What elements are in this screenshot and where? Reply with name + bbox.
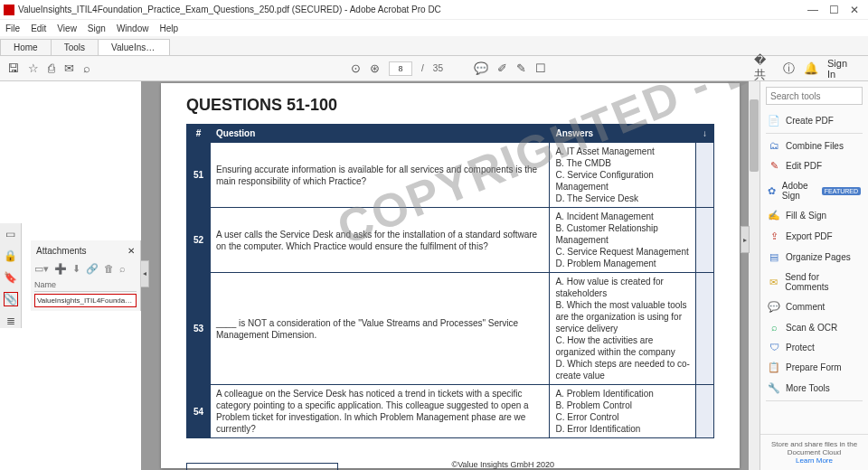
tool-protect[interactable]: 🛡Protect bbox=[760, 337, 868, 357]
question-cell: A user calls the Service Desk and asks f… bbox=[211, 208, 550, 273]
tool-comment[interactable]: 💬Comment bbox=[760, 296, 868, 317]
tool-label: Export PDF bbox=[786, 231, 833, 241]
tool-icon: ✍ bbox=[768, 210, 780, 221]
tool-adobe-sign[interactable]: ✿Adobe SignFEATURED bbox=[760, 176, 868, 205]
attachments-icon[interactable]: 📎 bbox=[4, 292, 18, 306]
close-button[interactable]: ✕ bbox=[850, 4, 859, 16]
tab-tools[interactable]: Tools bbox=[51, 39, 99, 55]
menu-view[interactable]: View bbox=[57, 24, 77, 33]
tool-icon: ⇪ bbox=[768, 230, 780, 242]
page-down-icon[interactable]: ⊛ bbox=[370, 61, 380, 75]
document-viewport[interactable]: ◂ COPYRIGHTED - D QUESTIONS 51-100 # Que… bbox=[141, 81, 760, 470]
col-num: # bbox=[187, 125, 211, 143]
tool-send-for-comments[interactable]: ✉Send for Comments bbox=[760, 268, 868, 296]
menu-file[interactable]: File bbox=[5, 24, 20, 33]
attach-delete-icon[interactable]: 🗑 bbox=[104, 263, 114, 275]
menu-edit[interactable]: Edit bbox=[31, 24, 46, 33]
tool-more-tools[interactable]: 🔧More Tools bbox=[760, 378, 868, 399]
tab-document[interactable]: ValueInsights_ITIL4... bbox=[98, 39, 170, 55]
tool-label: Fill & Sign bbox=[786, 211, 826, 221]
save-icon[interactable]: 🖫 bbox=[7, 61, 19, 75]
share-icon[interactable]: �共 bbox=[754, 53, 774, 83]
search-icon[interactable]: ⌕ bbox=[83, 61, 90, 75]
answers-cell: A. How value is created for stakeholders… bbox=[550, 273, 696, 385]
tool-icon: ▤ bbox=[768, 251, 780, 263]
page-heading: QUESTIONS 51-100 bbox=[186, 96, 714, 115]
page-total: 35 bbox=[433, 63, 443, 73]
tool-label: Adobe Sign bbox=[782, 181, 815, 201]
attach-link-icon[interactable]: 🔗 bbox=[86, 263, 99, 275]
tool-label: Create PDF bbox=[786, 116, 834, 126]
mail-icon[interactable]: ✉ bbox=[64, 61, 74, 75]
scrollbar[interactable] bbox=[749, 81, 760, 470]
stamp-icon[interactable]: ☐ bbox=[535, 61, 546, 75]
search-tools-input[interactable] bbox=[766, 87, 863, 105]
row-num: 51 bbox=[187, 143, 211, 208]
tool-label: Organize Pages bbox=[786, 252, 851, 262]
menu-window[interactable]: Window bbox=[117, 24, 149, 33]
page-up-icon[interactable]: ⊙ bbox=[351, 61, 361, 75]
attachments-close[interactable]: ✕ bbox=[127, 246, 135, 256]
window-title: ValueInsights_ITIL4Foundation_Practice_E… bbox=[18, 5, 807, 14]
page-number-input[interactable]: 8 bbox=[389, 61, 412, 76]
info-icon[interactable]: ⓘ bbox=[783, 61, 795, 77]
maximize-button[interactable]: ☐ bbox=[829, 4, 839, 16]
layers-icon[interactable]: ≣ bbox=[4, 314, 18, 328]
footer-copyright: ©Value Insights GmbH 2020 bbox=[338, 460, 668, 469]
sign-icon[interactable]: ✎ bbox=[516, 61, 526, 75]
left-collapse-handle[interactable]: ◂ bbox=[141, 260, 149, 287]
page-footer: VALUE INSIGHTS ©Value Insights GmbH 2020… bbox=[186, 460, 714, 470]
app-icon bbox=[4, 5, 14, 15]
sign-in-link[interactable]: Sign In bbox=[827, 58, 854, 80]
tool-label: Comment bbox=[786, 302, 825, 312]
answers-cell: A. IT Asset ManagementB. The CMDBC. Serv… bbox=[550, 143, 696, 208]
tool-label: Protect bbox=[786, 343, 815, 352]
tool-icon: 📄 bbox=[768, 115, 780, 127]
tool-scan-ocr[interactable]: ⌕Scan & OCR bbox=[760, 317, 868, 337]
title-bar: ValueInsights_ITIL4Foundation_Practice_E… bbox=[0, 0, 868, 20]
print-icon[interactable]: ⎙ bbox=[48, 61, 55, 75]
attach-open-icon[interactable]: ▭▾ bbox=[34, 263, 49, 275]
lock-icon[interactable]: 🔒 bbox=[4, 249, 18, 263]
right-tools-panel: 📄Create PDF🗂Combine Files✎Edit PDF✿Adobe… bbox=[760, 81, 868, 470]
right-collapse-handle[interactable]: ▸ bbox=[741, 226, 750, 253]
highlight-icon[interactable]: ✐ bbox=[497, 61, 507, 75]
right-panel-footer: Store and share files in the Document Cl… bbox=[760, 434, 868, 470]
tool-icon: ✎ bbox=[768, 160, 780, 172]
bell-icon[interactable]: 🔔 bbox=[804, 61, 818, 75]
tool-icon: 📋 bbox=[768, 362, 780, 373]
tool-create-pdf[interactable]: 📄Create PDF bbox=[760, 110, 868, 131]
footer-logo: VALUE INSIGHTS bbox=[186, 463, 338, 471]
tab-home[interactable]: Home bbox=[0, 39, 52, 55]
cloud-promo-text: Store and share files in the Document Cl… bbox=[766, 440, 863, 456]
learn-more-link[interactable]: Learn More bbox=[796, 456, 833, 465]
tool-label: Send for Comments bbox=[785, 272, 861, 292]
tab-bar: Home Tools ValueInsights_ITIL4... bbox=[0, 36, 868, 56]
menu-help[interactable]: Help bbox=[159, 24, 178, 33]
comment-icon[interactable]: 💬 bbox=[474, 61, 488, 75]
tool-icon: 🔧 bbox=[768, 382, 780, 394]
star-icon[interactable]: ☆ bbox=[28, 61, 39, 75]
tool-edit-pdf[interactable]: ✎Edit PDF bbox=[760, 155, 868, 176]
thumbnails-icon[interactable]: ▭ bbox=[4, 227, 18, 241]
attach-add-icon[interactable]: ➕ bbox=[54, 263, 67, 275]
page-sep: / bbox=[421, 63, 424, 73]
minimize-button[interactable]: — bbox=[807, 4, 818, 16]
scroll-thumb[interactable] bbox=[750, 99, 759, 172]
col-arrow: ↓ bbox=[696, 125, 714, 143]
tool-combine-files[interactable]: 🗂Combine Files bbox=[760, 136, 868, 155]
attach-search-icon[interactable]: ⌕ bbox=[119, 263, 126, 275]
tool-prepare-form[interactable]: 📋Prepare Form bbox=[760, 357, 868, 378]
tool-fill-sign[interactable]: ✍Fill & Sign bbox=[760, 205, 868, 226]
blank-cell bbox=[696, 208, 714, 273]
tool-export-pdf[interactable]: ⇪Export PDF bbox=[760, 226, 868, 247]
menu-sign[interactable]: Sign bbox=[88, 24, 106, 33]
tool-icon: 🛡 bbox=[768, 342, 780, 352]
attach-save-icon[interactable]: ⬇ bbox=[72, 263, 80, 275]
row-num: 53 bbox=[187, 273, 211, 385]
questions-table: # Question Answers ↓ 51Ensuring accurate… bbox=[186, 124, 714, 438]
tool-organize-pages[interactable]: ▤Organize Pages bbox=[760, 247, 868, 268]
tool-icon: 🗂 bbox=[768, 140, 780, 151]
attachment-item[interactable]: ValueInsights_ITIL4Foundation_Practic... bbox=[34, 294, 137, 307]
bookmark-icon[interactable]: 🔖 bbox=[4, 270, 18, 285]
